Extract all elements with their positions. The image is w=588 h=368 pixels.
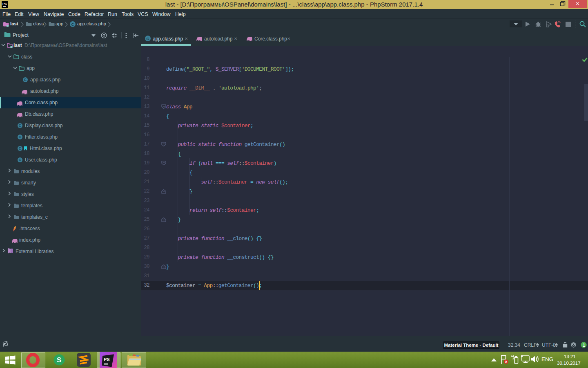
- svg-text:C: C: [19, 123, 21, 128]
- svg-text:C: C: [19, 135, 21, 139]
- svg-text:1: 1: [583, 343, 585, 348]
- svg-text:C: C: [19, 146, 21, 150]
- svg-text:C: C: [19, 158, 21, 162]
- svg-text:S: S: [57, 356, 61, 364]
- svg-text:PS: PS: [104, 357, 110, 362]
- svg-text:C: C: [24, 78, 27, 82]
- svg-text:C: C: [147, 36, 149, 41]
- svg-text:C: C: [71, 22, 74, 27]
